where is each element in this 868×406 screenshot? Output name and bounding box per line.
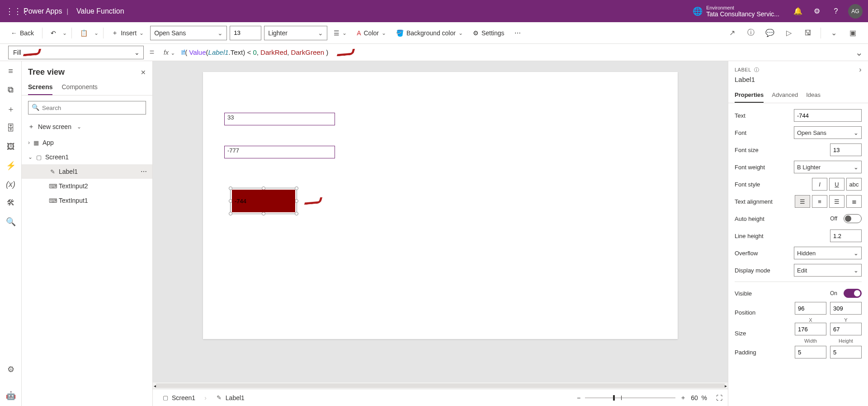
info-icon[interactable]: ⓘ	[754, 67, 760, 73]
collapse-panel-icon[interactable]: ›	[859, 66, 862, 74]
insert-pane-icon[interactable]: ＋	[7, 104, 15, 115]
tools-icon[interactable]: 🛠	[7, 198, 15, 208]
strike-button[interactable]: abc	[846, 178, 862, 191]
prop-x-input[interactable]	[795, 302, 826, 315]
canvas-label1[interactable]: -744	[232, 190, 295, 212]
prop-font-select[interactable]: Open Sans	[794, 126, 862, 139]
undo-button[interactable]: ↶	[47, 28, 60, 38]
settings-icon[interactable]: ⚙	[807, 7, 826, 15]
prop-fontweight-select[interactable]: B Lighter	[794, 161, 862, 173]
tree-node-app[interactable]: ›▦App	[22, 135, 152, 150]
new-screen-button[interactable]: ＋ New screen ⌄	[22, 120, 152, 134]
checker-icon[interactable]: ⓘ	[743, 28, 759, 38]
underline-button[interactable]: U	[829, 178, 844, 191]
tab-advanced[interactable]: Advanced	[772, 88, 798, 103]
prop-padright-input[interactable]	[830, 346, 862, 358]
zoom-in-icon[interactable]: ＋	[680, 394, 686, 402]
app-name[interactable]: Power Apps	[24, 7, 62, 15]
screen-icon: ▢	[35, 154, 42, 161]
user-avatar[interactable]: AG	[848, 4, 863, 19]
font-size-input[interactable]	[230, 26, 261, 40]
tree-node-label1[interactable]: ✎Label1 ⋯	[22, 164, 152, 179]
data-icon[interactable]: 🗄	[7, 124, 15, 133]
prop-width-input[interactable]	[795, 323, 826, 335]
font-weight-select[interactable]: Lighter	[264, 26, 327, 40]
virtual-agent-icon[interactable]: 🤖	[6, 391, 16, 401]
h-scrollbar[interactable]	[156, 383, 725, 388]
control-name[interactable]: Label1	[735, 76, 862, 83]
breadcrumb-label[interactable]: ✎Label1	[212, 392, 248, 403]
fx-icon[interactable]: fx ⌄	[160, 49, 179, 56]
paste-button[interactable]: 📋	[76, 28, 91, 38]
prop-overflow-select[interactable]: Hidden	[794, 247, 862, 259]
tab-properties[interactable]: Properties	[735, 88, 764, 103]
variables-icon[interactable]: (x)	[6, 180, 15, 189]
align-justify-button[interactable]: ≣	[846, 195, 862, 208]
save-icon[interactable]: 🖫	[800, 29, 816, 37]
autoheight-toggle[interactable]	[844, 214, 862, 223]
tree-node-textinput2[interactable]: ⌨TextInput2	[22, 179, 152, 193]
search-pane-icon[interactable]: 🔍	[6, 217, 16, 227]
scroll-right-icon[interactable]: ▸	[725, 383, 727, 388]
fit-icon[interactable]: ⛶	[716, 394, 722, 401]
powerautomate-icon[interactable]: ⚡	[6, 161, 16, 171]
align-left-button[interactable]: ☰	[795, 195, 810, 208]
breadcrumb-screen[interactable]: ▢Screen1	[158, 392, 199, 403]
canvas-textinput1[interactable]: 33	[224, 113, 335, 125]
tree-node-screen[interactable]: ⌄▢Screen1	[22, 150, 152, 164]
settings-rail-icon[interactable]: ⚙	[7, 364, 14, 374]
comments-icon[interactable]: 💬	[762, 29, 778, 37]
resize-handle[interactable]	[295, 199, 298, 203]
prop-displaymode-select[interactable]: Edit	[794, 264, 862, 277]
expand-formula-icon[interactable]: ⌄	[850, 47, 868, 58]
tree-view-icon[interactable]: ⧉	[8, 85, 14, 95]
prop-y-input[interactable]	[830, 302, 862, 315]
prop-lineheight-input[interactable]	[830, 229, 862, 242]
resize-handle[interactable]	[295, 186, 298, 190]
tree-node-textinput1[interactable]: ⌨TextInput1	[22, 193, 152, 208]
publish-icon[interactable]: ▣	[844, 29, 861, 37]
resize-handle[interactable]	[295, 212, 298, 215]
more-icon[interactable]: ⋯	[141, 168, 147, 175]
settings-button[interactable]: ⚙Settings	[469, 28, 508, 38]
property-select[interactable]: Fill	[8, 46, 144, 59]
align-center-button[interactable]: ≡	[812, 195, 827, 208]
notifications-icon[interactable]: 🔔	[788, 7, 807, 15]
italic-button[interactable]: I	[812, 178, 827, 191]
design-canvas[interactable]: 33 -777 -744	[203, 72, 678, 339]
bgcolor-button[interactable]: 🪣Background color⌄	[392, 28, 467, 38]
prop-height-input[interactable]	[830, 323, 862, 335]
more-button[interactable]: ⋯	[511, 28, 524, 38]
color-button[interactable]: AColor⌄	[353, 28, 390, 38]
tab-components[interactable]: Components	[61, 80, 97, 95]
tab-screens[interactable]: Screens	[28, 80, 52, 95]
paste-chevron[interactable]: ⌄	[94, 30, 99, 36]
environment-picker[interactable]: 🌐 Environment Tata Consultancy Servic...	[693, 5, 779, 18]
publish-chevron-icon[interactable]: ⌄	[826, 29, 842, 37]
tab-ideas[interactable]: Ideas	[806, 88, 821, 103]
prop-fontsize-input[interactable]	[830, 143, 862, 156]
font-family-select[interactable]: Open Sans	[150, 26, 227, 40]
tree-search-input[interactable]	[28, 101, 146, 115]
prop-padtop-input[interactable]	[795, 346, 826, 358]
back-button[interactable]: ←Back	[7, 28, 38, 38]
align-button[interactable]: ☰ ⌄	[330, 28, 350, 38]
zoom-slider[interactable]	[585, 397, 675, 398]
play-icon[interactable]: ▷	[781, 29, 797, 37]
share-icon[interactable]: ↗	[724, 29, 740, 37]
insert-button[interactable]: ＋Insert⌄	[108, 27, 147, 39]
undo-chevron[interactable]: ⌄	[62, 30, 67, 36]
zoom-out-icon[interactable]: −	[577, 394, 580, 401]
media-icon[interactable]: 🖼	[7, 142, 15, 152]
visible-toggle[interactable]	[844, 289, 862, 298]
resize-handle[interactable]	[262, 212, 265, 215]
prop-text-input[interactable]	[794, 109, 862, 122]
help-icon[interactable]: ?	[826, 7, 845, 15]
formula-input[interactable]: If( Value(Label1.Text) < 0, DarkRed, Dar…	[179, 48, 850, 57]
waffle-icon[interactable]: ⋮⋮⋮	[5, 6, 20, 16]
hamburger-icon[interactable]: ≡	[8, 67, 13, 76]
close-icon[interactable]: ✕	[141, 69, 146, 76]
resize-handle[interactable]	[229, 212, 232, 215]
align-right-button[interactable]: ☰	[829, 195, 844, 208]
canvas-textinput2[interactable]: -777	[224, 146, 335, 158]
